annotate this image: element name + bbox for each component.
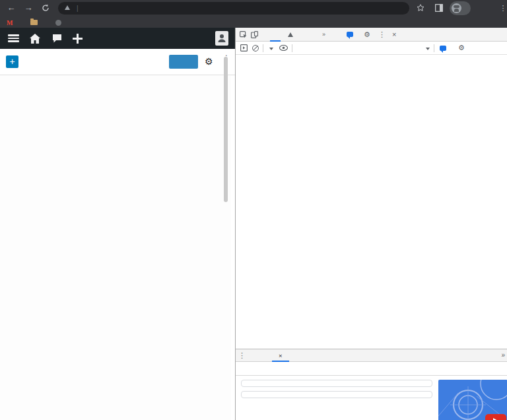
tab-sources[interactable] xyxy=(298,28,309,42)
devtools-tab-bar: » ⚙ ⋮ × xyxy=(236,28,507,42)
console-messages-badge[interactable] xyxy=(347,32,355,37)
devtools-close-icon[interactable]: × xyxy=(392,30,396,38)
drawer-tab-bar: ⋮ × » xyxy=(236,349,507,362)
drawer-tab-whats-new[interactable]: × xyxy=(272,349,289,362)
incognito-badge[interactable] xyxy=(450,1,471,15)
gmail-icon: M xyxy=(7,19,13,26)
tab-network[interactable] xyxy=(309,28,320,42)
bookmark-gmail[interactable]: M xyxy=(7,19,16,26)
github-icon xyxy=(55,20,61,26)
whats-new-video-thumbnail[interactable] xyxy=(438,380,507,420)
wp-menu-icon[interactable] xyxy=(8,34,19,42)
tab-recorder[interactable] xyxy=(281,28,298,42)
paragraph-3[interactable] xyxy=(11,125,220,149)
side-panel-icon[interactable] xyxy=(433,2,445,14)
play-button-icon[interactable] xyxy=(485,414,506,420)
address-bar[interactable]: | xyxy=(58,2,409,15)
console-settings-icon[interactable]: ⚙ xyxy=(458,44,465,52)
wp-new-icon[interactable] xyxy=(73,34,83,44)
message-bubble-icon xyxy=(347,32,353,37)
bookmark-new-folder[interactable] xyxy=(30,20,41,25)
console-filter-input[interactable] xyxy=(302,45,401,52)
browser-window: ← → | ⋮ xyxy=(0,0,507,420)
log-levels-selector[interactable] xyxy=(424,45,430,52)
clear-console-icon[interactable] xyxy=(252,45,259,52)
issue-bubble-icon xyxy=(440,46,446,51)
reload-button[interactable] xyxy=(40,2,51,14)
whats-new-header xyxy=(236,362,507,376)
close-tab-icon[interactable]: × xyxy=(279,352,283,359)
folder-icon xyxy=(30,20,38,25)
editor-scrollbar[interactable] xyxy=(224,57,228,202)
wp-user-avatar[interactable] xyxy=(215,31,228,46)
tab-elements[interactable] xyxy=(259,28,270,42)
wp-comments-icon[interactable] xyxy=(52,34,62,43)
block-inserter-button[interactable]: + xyxy=(6,55,18,68)
wordpress-editor: + ⚙ ⋮ xyxy=(0,28,235,420)
console-toolbar: ⚙ xyxy=(236,42,507,55)
drawer-menu-icon[interactable]: ⋮ xyxy=(238,351,246,360)
wp-home-icon[interactable] xyxy=(30,34,40,44)
devtools-drawer: ⋮ × » xyxy=(236,349,507,420)
not-secure-icon xyxy=(65,5,70,10)
bookmark-github[interactable] xyxy=(55,20,65,26)
update-button[interactable] xyxy=(169,55,198,69)
devtools-menu-icon[interactable]: ⋮ xyxy=(378,30,386,39)
console-entries xyxy=(236,55,507,349)
whats-new-cards xyxy=(241,380,432,402)
chevron-down-icon xyxy=(426,48,430,50)
context-selector[interactable] xyxy=(267,45,273,52)
drawer-tab-issues[interactable] xyxy=(259,349,272,362)
browser-menu-icon[interactable]: ⋮ xyxy=(497,2,507,14)
incognito-avatar-icon xyxy=(452,3,461,13)
issues-counter[interactable] xyxy=(438,46,448,51)
back-button[interactable]: ← xyxy=(5,2,17,14)
experimental-warning-icon xyxy=(288,32,293,37)
editor-canvas[interactable] xyxy=(0,76,231,420)
more-tabs-icon[interactable]: » xyxy=(320,31,328,38)
drawer-tab-console[interactable] xyxy=(246,349,259,362)
browser-toolbar: ← → | ⋮ xyxy=(0,0,507,17)
tab-console[interactable] xyxy=(270,28,281,42)
forward-button[interactable]: → xyxy=(22,2,34,14)
editor-settings-icon[interactable]: ⚙ xyxy=(205,56,213,67)
drawer-more-icon[interactable]: » xyxy=(501,351,505,359)
console-sidebar-icon[interactable] xyxy=(240,44,248,52)
whats-new-card[interactable] xyxy=(241,380,432,387)
inspect-element-icon[interactable] xyxy=(240,31,247,38)
eye-icon[interactable] xyxy=(279,45,288,51)
device-toolbar-icon[interactable] xyxy=(251,31,258,38)
devtools-settings-icon[interactable]: ⚙ xyxy=(364,30,370,39)
chevron-down-icon xyxy=(269,48,273,50)
bookmark-star-icon[interactable] xyxy=(415,2,426,14)
bookmarks-bar: M xyxy=(0,17,507,28)
editor-header: + ⚙ ⋮ xyxy=(0,49,235,75)
whats-new-card[interactable] xyxy=(241,391,432,398)
wp-admin-bar xyxy=(0,28,235,49)
devtools-panel: » ⚙ ⋮ × xyxy=(235,28,507,420)
